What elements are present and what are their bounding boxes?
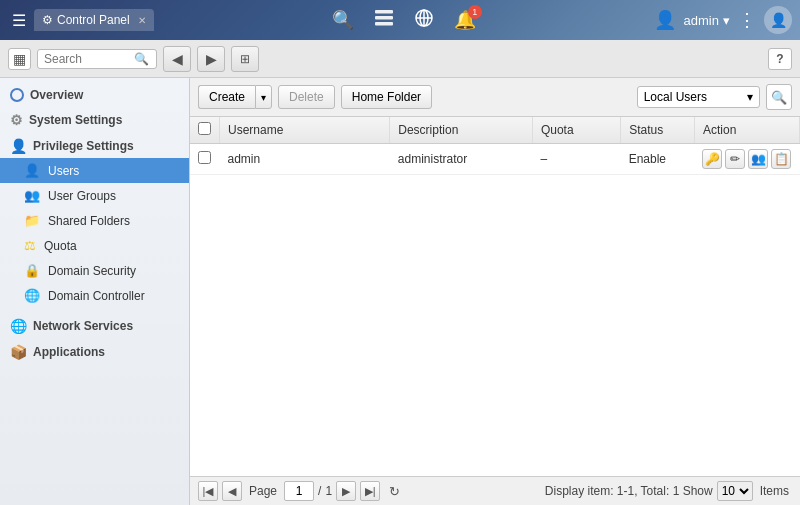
- more-options-icon[interactable]: ⋮: [738, 9, 756, 31]
- user-icon[interactable]: 👤: [654, 9, 676, 31]
- action-group-button[interactable]: 👥: [748, 149, 768, 169]
- help-button[interactable]: ?: [768, 48, 792, 70]
- prev-page-button[interactable]: ◀: [222, 481, 242, 501]
- shared-folders-icon: 📁: [24, 213, 40, 228]
- topbar-left: ☰ ⚙ Control Panel ✕: [8, 7, 154, 34]
- applications-label: Applications: [33, 345, 105, 359]
- back-button[interactable]: ◀: [163, 46, 191, 72]
- pagination-bar: |◀ ◀ Page / 1 ▶ ▶| ↻ Display item: 1-1, …: [190, 476, 800, 505]
- create-dropdown-button[interactable]: ▾: [255, 85, 272, 109]
- grid-view-button[interactable]: ⊞: [231, 46, 259, 72]
- system-settings-label: System Settings: [29, 113, 122, 127]
- page-total: /: [318, 484, 321, 498]
- action-copy-button[interactable]: 📋: [771, 149, 791, 169]
- user-groups-label: User Groups: [48, 189, 116, 203]
- overview-label: Overview: [30, 88, 83, 102]
- sidebar-item-network-services[interactable]: 🌐 Network Services: [0, 312, 189, 338]
- notification-badge: 1: [468, 5, 482, 19]
- row-actions: 🔑 ✏ 👥 📋: [694, 144, 799, 175]
- create-button[interactable]: Create: [198, 85, 255, 109]
- row-description: administrator: [390, 144, 533, 175]
- search-box: 🔍: [37, 49, 157, 69]
- sidebar-item-shared-folders[interactable]: 📁 Shared Folders: [0, 208, 189, 233]
- sidebar-item-overview[interactable]: Overview: [0, 82, 189, 106]
- hamburger-icon[interactable]: ☰: [8, 7, 30, 34]
- select-all-checkbox[interactable]: [198, 122, 211, 135]
- search-topbar-icon[interactable]: 🔍: [332, 9, 354, 31]
- svg-rect-2: [375, 22, 393, 26]
- next-page-button[interactable]: ▶: [336, 481, 356, 501]
- items-label: Items: [760, 484, 789, 498]
- action-icons-group: 🔑 ✏ 👥 📋: [702, 149, 791, 169]
- refresh-button[interactable]: ↻: [384, 481, 404, 501]
- domain-controller-label: Domain Controller: [48, 289, 145, 303]
- table-header-row: Username Description Quota Status Action: [190, 117, 800, 144]
- sidebar-item-user-groups[interactable]: 👥 User Groups: [0, 183, 189, 208]
- quota-label: Quota: [44, 239, 77, 253]
- create-button-group: Create ▾: [198, 85, 272, 109]
- sidebar-item-users[interactable]: 👤 Users: [0, 158, 189, 183]
- users-table: Username Description Quota Status Action…: [190, 117, 800, 175]
- action-edit-button[interactable]: ✏: [725, 149, 745, 169]
- row-username: admin: [220, 144, 390, 175]
- sidebar: Overview ⚙ System Settings 👤 Privilege S…: [0, 78, 190, 505]
- home-folder-button[interactable]: Home Folder: [341, 85, 432, 109]
- nav-toolbar: ▦ 🔍 ◀ ▶ ⊞ ?: [0, 40, 800, 78]
- topbar-right: 👤 admin ▾ ⋮ 👤: [654, 6, 792, 34]
- notification-icon[interactable]: 🔔 1: [454, 9, 476, 31]
- system-settings-icon: ⚙: [10, 112, 23, 128]
- privilege-settings-icon: 👤: [10, 138, 27, 154]
- last-page-button[interactable]: ▶|: [360, 481, 380, 501]
- th-action: Action: [694, 117, 799, 144]
- row-status: Enable: [621, 144, 695, 175]
- sidebar-item-applications[interactable]: 📦 Applications: [0, 338, 189, 364]
- content-scroll: Username Description Quota Status Action…: [190, 117, 800, 476]
- network-services-label: Network Services: [33, 319, 133, 333]
- th-checkbox: [190, 117, 220, 144]
- sidebar-toggle-button[interactable]: ▦: [8, 48, 31, 70]
- network-services-icon: 🌐: [10, 318, 27, 334]
- svg-rect-1: [375, 16, 393, 20]
- topbar-center: 🔍 🔔 1: [160, 8, 648, 33]
- sidebar-item-domain-controller[interactable]: 🌐 Domain Controller: [0, 283, 189, 308]
- main-area: Overview ⚙ System Settings 👤 Privilege S…: [0, 78, 800, 505]
- avatar[interactable]: 👤: [764, 6, 792, 34]
- content-toolbar: Create ▾ Delete Home Folder Local Users …: [190, 78, 800, 117]
- page-label: Page: [249, 484, 277, 498]
- control-panel-tab[interactable]: ⚙ Control Panel ✕: [34, 9, 154, 31]
- search-input[interactable]: [44, 52, 134, 66]
- globe-icon[interactable]: [414, 8, 434, 33]
- tab-label: Control Panel: [57, 13, 130, 27]
- sidebar-item-privilege-settings[interactable]: 👤 Privilege Settings: [0, 132, 189, 158]
- show-items-select[interactable]: 10 25 50: [717, 481, 753, 501]
- admin-label: admin: [684, 13, 719, 28]
- th-description: Description: [390, 117, 533, 144]
- admin-arrow-icon: ▾: [723, 13, 730, 28]
- page-number-input[interactable]: [284, 481, 314, 501]
- first-page-button[interactable]: |◀: [198, 481, 218, 501]
- domain-security-label: Domain Security: [48, 264, 136, 278]
- display-info: Display item: 1-1, Total: 1 Show: [545, 484, 713, 498]
- content-pane: Create ▾ Delete Home Folder Local Users …: [190, 78, 800, 505]
- content-search-button[interactable]: 🔍: [766, 84, 792, 110]
- sidebar-item-quota[interactable]: ⚖ Quota: [0, 233, 189, 258]
- users-label: Users: [48, 164, 79, 178]
- table-row: admin administrator – Enable 🔑 ✏ 👥 📋: [190, 144, 800, 175]
- th-status: Status: [621, 117, 695, 144]
- forward-button[interactable]: ▶: [197, 46, 225, 72]
- row-checkbox-cell: [190, 144, 220, 175]
- stack-icon[interactable]: [374, 9, 394, 32]
- applications-icon: 📦: [10, 344, 27, 360]
- local-users-arrow-icon: ▾: [747, 90, 753, 104]
- action-key-button[interactable]: 🔑: [702, 149, 722, 169]
- overview-icon: [10, 88, 24, 102]
- domain-security-icon: 🔒: [24, 263, 40, 278]
- row-checkbox[interactable]: [198, 151, 211, 164]
- local-users-dropdown[interactable]: Local Users ▾: [637, 86, 760, 108]
- delete-button[interactable]: Delete: [278, 85, 335, 109]
- tab-close-icon[interactable]: ✕: [138, 15, 146, 26]
- sidebar-item-domain-security[interactable]: 🔒 Domain Security: [0, 258, 189, 283]
- tab-settings-icon: ⚙: [42, 13, 53, 27]
- sidebar-item-system-settings[interactable]: ⚙ System Settings: [0, 106, 189, 132]
- admin-button[interactable]: admin ▾: [684, 13, 730, 28]
